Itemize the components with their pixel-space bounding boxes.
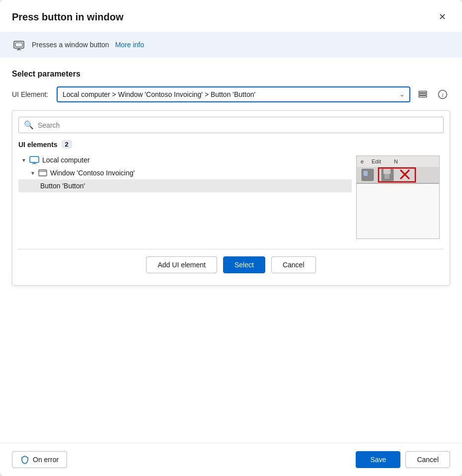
search-input[interactable]: [38, 121, 438, 129]
svg-rect-24: [385, 174, 389, 179]
dialog-title: Press button in window: [12, 11, 123, 23]
info-button[interactable]: i: [435, 87, 450, 102]
ui-element-value: Local computer > Window 'Contoso Invoici…: [63, 90, 395, 98]
add-ui-element-button[interactable]: Add UI element: [146, 256, 217, 273]
close-button[interactable]: ✕: [434, 9, 450, 25]
ui-element-field-row: UI Element: Local computer > Window 'Con…: [12, 86, 450, 102]
svg-text:Edit: Edit: [372, 159, 381, 164]
press-button-icon: [12, 38, 26, 52]
tree-list: ▼ Local computer ▼: [18, 154, 352, 243]
close-icon: ✕: [439, 11, 446, 22]
chevron-down-icon: ▼: [30, 170, 35, 176]
select-button[interactable]: Select: [223, 256, 265, 273]
layers-button[interactable]: [415, 87, 430, 102]
svg-rect-28: [364, 171, 368, 176]
chevron-down-icon: ⌄: [399, 91, 404, 98]
window-contoso-label: Window 'Contoso Invoicing': [50, 169, 135, 177]
svg-rect-5: [419, 96, 427, 97]
shield-icon: [20, 455, 29, 464]
svg-rect-6: [419, 91, 427, 93]
info-banner: Presses a window button More info: [0, 32, 462, 58]
button-button-label: Button 'Button': [40, 182, 85, 190]
dialog-footer: On error Save Cancel: [0, 443, 462, 476]
info-text: Presses a window button: [32, 41, 109, 49]
tree-panel: ▼ Local computer ▼: [18, 154, 444, 243]
info-circle-icon: i: [437, 89, 448, 100]
on-error-label: On error: [33, 456, 59, 464]
svg-rect-29: [357, 183, 440, 184]
preview-svg: e Edit N: [357, 156, 440, 239]
cancel-dialog-button[interactable]: Cancel: [405, 451, 450, 468]
cancel-panel-button[interactable]: Cancel: [271, 256, 316, 273]
tree-item-button-button[interactable]: Button 'Button': [18, 179, 352, 192]
dropdown-panel: 🔍 UI elements 2 ▼: [12, 110, 450, 286]
tree-item-window-contoso[interactable]: ▼ Window 'Contoso Invoicing': [18, 166, 352, 179]
ui-elements-header: UI elements 2: [18, 140, 444, 149]
svg-rect-16: [357, 156, 440, 167]
save-button[interactable]: Save: [356, 451, 400, 468]
dialog: Press button in window ✕ Presses a windo…: [0, 0, 462, 476]
svg-text:e: e: [361, 159, 364, 164]
search-icon: 🔍: [24, 120, 34, 130]
svg-rect-23: [384, 169, 390, 174]
svg-rect-30: [357, 184, 440, 239]
dialog-body: Select parameters UI Element: Local comp…: [0, 58, 462, 443]
search-box: 🔍: [18, 117, 444, 133]
svg-text:N: N: [394, 159, 398, 164]
monitor-icon: [29, 156, 39, 164]
local-computer-label: Local computer: [42, 156, 90, 164]
ui-elements-label: UI elements: [18, 141, 58, 149]
tree-item-local-computer[interactable]: ▼ Local computer: [18, 154, 352, 166]
preview-area: e Edit N: [352, 154, 444, 243]
panel-footer: Add UI element Select Cancel: [18, 249, 444, 279]
ui-elements-count: 2: [62, 140, 72, 149]
svg-rect-1: [15, 43, 22, 47]
svg-text:i: i: [442, 92, 443, 98]
svg-rect-13: [39, 170, 47, 176]
section-title: Select parameters: [12, 70, 450, 79]
ui-element-dropdown[interactable]: Local computer > Window 'Contoso Invoici…: [57, 86, 410, 102]
preview-image: e Edit N: [356, 156, 440, 239]
ui-element-label: UI Element:: [12, 90, 52, 98]
svg-rect-4: [419, 93, 427, 95]
window-icon: [38, 169, 47, 176]
svg-rect-9: [30, 157, 39, 162]
more-info-link[interactable]: More info: [115, 41, 144, 49]
on-error-button[interactable]: On error: [12, 451, 67, 468]
layers-icon: [417, 89, 428, 100]
dialog-header: Press button in window ✕: [0, 0, 462, 32]
chevron-down-icon: ▼: [21, 158, 26, 163]
